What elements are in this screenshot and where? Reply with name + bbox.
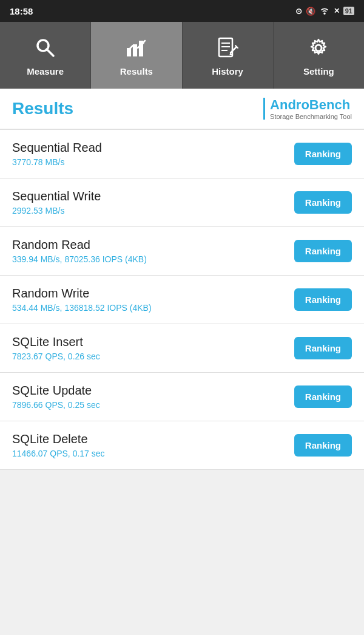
result-info-4: SQLite Insert 7823.67 QPS, 0.26 sec [12, 335, 294, 361]
tab-measure-label: Measure [27, 66, 64, 76]
page-header: Results AndroBench Storage Benchmarking … [0, 89, 364, 130]
result-info-5: SQLite Update 7896.66 QPS, 0.25 sec [12, 384, 294, 410]
svg-line-10 [231, 47, 237, 53]
nav-tabs: Measure Results [0, 22, 364, 89]
result-info-2: Random Read 339.94 MB/s, 87025.36 IOPS (… [12, 238, 294, 264]
result-name-6: SQLite Delete [12, 432, 294, 446]
ranking-button-4[interactable]: Ranking [294, 337, 352, 359]
tab-history-label: History [212, 66, 243, 76]
ranking-button-1[interactable]: Ranking [294, 191, 352, 214]
result-value-2: 339.94 MB/s, 87025.36 IOPS (4KB) [12, 254, 294, 264]
status-icons: ⊙ 🔇 ✕ 91 [295, 6, 354, 16]
ranking-button-6[interactable]: Ranking [294, 434, 352, 457]
battery-icon: 91 [343, 7, 354, 15]
tab-results[interactable]: Results [91, 22, 182, 89]
brand-bar [263, 98, 265, 120]
svg-point-13 [315, 45, 322, 51]
brand-subtitle: Storage Benchmarking Tool [270, 113, 352, 120]
result-value-6: 11466.07 QPS, 0.17 sec [12, 449, 294, 458]
result-value-1: 2992.53 MB/s [12, 206, 294, 216]
gear-icon [305, 35, 332, 61]
result-name-4: SQLite Insert [12, 335, 294, 349]
tab-results-label: Results [120, 66, 153, 76]
result-name-3: Random Write [12, 287, 294, 301]
result-info-3: Random Write 534.44 MB/s, 136818.52 IOPS… [12, 287, 294, 313]
result-row: Random Write 534.44 MB/s, 136818.52 IOPS… [0, 276, 364, 324]
svg-line-1 [47, 49, 53, 56]
tab-setting-label: Setting [303, 66, 334, 76]
brand-logo: AndroBench Storage Benchmarking Tool [263, 97, 352, 120]
result-row: Sequential Read 3770.78 MB/s Ranking [0, 130, 364, 178]
ranking-button-5[interactable]: Ranking [294, 385, 352, 408]
mute-icon: 🔇 [306, 7, 315, 16]
x-icon: ✕ [334, 7, 340, 15]
search-icon [32, 35, 59, 61]
wifi-icon [319, 6, 330, 16]
tab-setting[interactable]: Setting [274, 22, 364, 89]
history-icon [214, 35, 241, 61]
result-row: SQLite Delete 11466.07 QPS, 0.17 sec Ran… [0, 421, 364, 470]
results-list: Sequential Read 3770.78 MB/s Ranking Seq… [0, 130, 364, 470]
result-value-5: 7896.66 QPS, 0.25 sec [12, 400, 294, 410]
status-time: 18:58 [10, 6, 33, 16]
result-name-5: SQLite Update [12, 384, 294, 398]
brand-name: AndroBench [270, 97, 350, 113]
status-bar: 18:58 ⊙ 🔇 ✕ 91 [0, 0, 364, 22]
tab-history[interactable]: History [183, 22, 274, 89]
result-info-6: SQLite Delete 11466.07 QPS, 0.17 sec [12, 432, 294, 458]
result-name-2: Random Read [12, 238, 294, 252]
speedometer-icon: ⊙ [295, 7, 302, 16]
result-row: SQLite Insert 7823.67 QPS, 0.26 sec Rank… [0, 324, 364, 373]
ranking-button-0[interactable]: Ranking [294, 143, 352, 165]
ranking-button-3[interactable]: Ranking [294, 288, 352, 311]
result-value-0: 3770.78 MB/s [12, 157, 294, 167]
result-row: SQLite Update 7896.66 QPS, 0.25 sec Rank… [0, 373, 364, 421]
result-row: Random Read 339.94 MB/s, 87025.36 IOPS (… [0, 227, 364, 276]
result-value-3: 534.44 MB/s, 136818.52 IOPS (4KB) [12, 303, 294, 313]
result-info-0: Sequential Read 3770.78 MB/s [12, 141, 294, 167]
result-name-1: Sequential Write [12, 189, 294, 203]
ranking-button-2[interactable]: Ranking [294, 240, 352, 262]
result-name-0: Sequential Read [12, 141, 294, 155]
page-title: Results [12, 99, 73, 118]
result-info-1: Sequential Write 2992.53 MB/s [12, 189, 294, 216]
result-row: Sequential Write 2992.53 MB/s Ranking [0, 178, 364, 227]
tab-measure[interactable]: Measure [0, 22, 91, 89]
result-value-4: 7823.67 QPS, 0.26 sec [12, 351, 294, 361]
results-chart-icon [123, 35, 150, 61]
